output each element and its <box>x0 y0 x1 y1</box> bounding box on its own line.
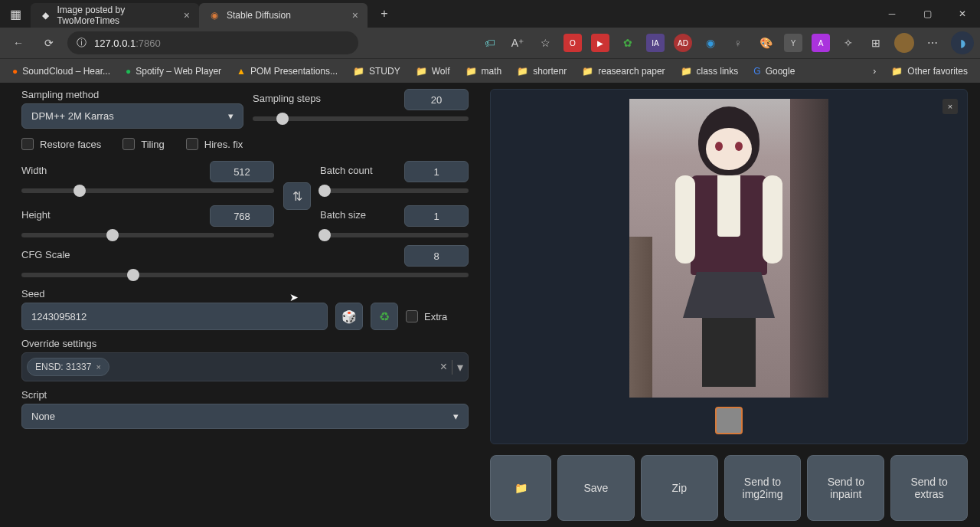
tab-active[interactable]: ◉ Stable Diffusion × <box>199 3 368 28</box>
send-img2img-button[interactable]: Send to img2img <box>724 455 802 521</box>
sampling-method-label: Sampling method <box>21 89 243 100</box>
height-input[interactable] <box>210 205 274 227</box>
save-button[interactable]: Save <box>557 455 635 521</box>
ext-icon[interactable]: AD <box>674 34 692 52</box>
more-icon[interactable]: ⋯ <box>923 34 942 52</box>
sampling-steps-input[interactable] <box>404 89 469 110</box>
bookmark-folder[interactable]: 📁STUDY <box>347 63 407 80</box>
minimize-button[interactable]: ─ <box>874 0 910 28</box>
override-settings-label: Override settings <box>21 338 469 349</box>
bookmark-item[interactable]: ▲POM Presentations... <box>230 63 344 80</box>
bookmark-folder[interactable]: 📁Wolf <box>410 63 456 80</box>
width-slider[interactable] <box>21 188 274 193</box>
shopping-icon[interactable]: 🏷 <box>481 34 499 52</box>
tiling-checkbox[interactable]: Tiling <box>122 138 165 150</box>
ext-icon[interactable]: 🎨 <box>756 34 775 52</box>
site-info-icon[interactable]: ⓘ <box>77 36 87 50</box>
height-label: Height <box>21 209 51 221</box>
sampling-steps-label: Sampling steps <box>253 93 321 104</box>
favorites-icon[interactable]: ✧ <box>839 34 858 52</box>
new-tab-button[interactable]: + <box>372 7 397 21</box>
close-window-button[interactable]: ✕ <box>945 0 980 28</box>
bookmark-item[interactable]: ●SoundCloud – Hear... <box>6 63 116 80</box>
read-aloud-icon[interactable]: A⁺ <box>508 34 527 52</box>
close-icon[interactable]: × <box>184 9 190 21</box>
sampling-steps-slider[interactable] <box>253 116 469 121</box>
ext-icon[interactable]: O <box>564 34 582 52</box>
tab-actions-icon[interactable]: ▦ <box>0 0 31 28</box>
url-host: 127.0.0.1 <box>94 38 136 49</box>
browser-titlebar: ▦ ◆ Image posted by TwoMoreTimes × ◉ Sta… <box>0 0 980 28</box>
ext-icon[interactable]: Y <box>784 34 802 52</box>
tab-favicon: ◉ <box>208 9 220 21</box>
cfg-scale-slider[interactable] <box>21 273 469 277</box>
maximize-button[interactable]: ▢ <box>910 0 945 28</box>
width-input[interactable] <box>210 161 274 182</box>
bookmarks-overflow[interactable]: › <box>867 63 882 80</box>
close-icon[interactable]: × <box>352 9 358 21</box>
reuse-seed-button[interactable]: ♻ <box>371 303 398 330</box>
width-label: Width <box>21 165 47 176</box>
bookmark-folder[interactable]: 📁reasearch paper <box>576 63 671 80</box>
override-tag: ENSD: 31337 × <box>27 358 109 376</box>
bookmark-folder[interactable]: 📁shortenr <box>511 63 573 80</box>
bookmarks-bar: ●SoundCloud – Hear... ●Spotify – Web Pla… <box>0 58 980 83</box>
extra-checkbox[interactable]: Extra <box>406 310 447 322</box>
batch-size-input[interactable] <box>404 205 469 227</box>
cfg-scale-input[interactable] <box>404 245 469 267</box>
chevron-down-icon: ▾ <box>453 411 459 422</box>
ext-icon[interactable]: ▶ <box>591 34 609 52</box>
close-preview-button[interactable]: × <box>942 99 958 114</box>
collections-icon[interactable]: ⊞ <box>867 34 885 52</box>
zip-button[interactable]: Zip <box>641 455 718 521</box>
image-preview: × <box>490 89 968 444</box>
ext-icon[interactable]: ♀ <box>729 34 747 52</box>
sampling-method-select[interactable]: DPM++ 2M Karras ▾ <box>21 103 243 129</box>
seed-label: Seed <box>21 288 469 300</box>
ext-icon[interactable]: A <box>812 34 830 52</box>
thumbnail[interactable] <box>715 407 743 434</box>
back-button[interactable]: ← <box>6 31 31 55</box>
batch-count-slider[interactable] <box>320 188 469 193</box>
chevron-down-icon: ▾ <box>228 110 234 122</box>
swap-dimensions-button[interactable]: ⇅ <box>283 182 311 210</box>
tab-inactive[interactable]: ◆ Image posted by TwoMoreTimes × <box>31 3 199 28</box>
chevron-down-icon[interactable]: ▾ <box>452 360 463 375</box>
hires-fix-checkbox[interactable]: Hires. fix <box>186 138 243 150</box>
ext-icon[interactable]: ◉ <box>701 34 720 52</box>
script-select[interactable]: None ▾ <box>21 404 469 429</box>
favorite-icon[interactable]: ☆ <box>536 34 554 52</box>
ext-icon[interactable]: ✿ <box>619 34 637 52</box>
send-extras-button[interactable]: Send to extras <box>890 455 968 521</box>
tab-title: Image posted by TwoMoreTimes <box>57 5 178 26</box>
batch-size-slider[interactable] <box>320 233 469 237</box>
profile-icon[interactable] <box>894 33 914 53</box>
clear-icon[interactable]: × <box>440 360 447 374</box>
restore-faces-checkbox[interactable]: Restore faces <box>21 138 101 150</box>
script-label: Script <box>21 389 469 401</box>
remove-tag-icon[interactable]: × <box>96 362 100 372</box>
refresh-button[interactable]: ⟳ <box>37 31 61 55</box>
address-bar: ← ⟳ ⓘ 127.0.0.1:7860 🏷 A⁺ ☆ O ▶ ✿ IA AD … <box>0 28 980 58</box>
bookmark-item[interactable]: GGoogle <box>747 63 801 80</box>
height-slider[interactable] <box>21 233 274 237</box>
cfg-scale-label: CFG Scale <box>21 249 70 260</box>
url-input[interactable]: ⓘ 127.0.0.1:7860 <box>67 31 358 54</box>
settings-panel: Sampling method DPM++ 2M Karras ▾ Sampli… <box>0 83 481 527</box>
seed-input[interactable] <box>21 303 328 330</box>
bookmark-folder[interactable]: 📁math <box>459 63 508 80</box>
ext-icon[interactable]: IA <box>646 34 665 52</box>
bing-chat-icon[interactable]: ◗ <box>951 31 974 54</box>
batch-count-input[interactable] <box>404 161 469 182</box>
random-seed-button[interactable]: 🎲 <box>335 303 363 330</box>
tab-favicon: ◆ <box>40 9 51 21</box>
send-inpaint-button[interactable]: Send to inpaint <box>807 455 884 521</box>
open-folder-button[interactable]: 📁 <box>490 455 551 521</box>
bookmark-folder[interactable]: 📁class links <box>675 63 745 80</box>
other-favorites[interactable]: 📁Other favorites <box>885 63 974 80</box>
override-settings-input[interactable]: ENSD: 31337 × × ▾ <box>21 352 469 381</box>
batch-size-label: Batch size <box>320 209 366 221</box>
generated-image[interactable] <box>629 99 828 398</box>
batch-count-label: Batch count <box>320 165 373 176</box>
bookmark-item[interactable]: ●Spotify – Web Player <box>119 63 227 80</box>
